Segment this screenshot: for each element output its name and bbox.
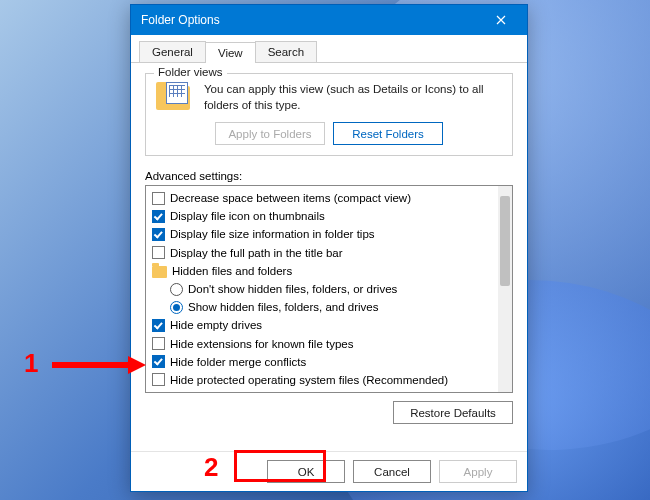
- advanced-settings-label: Advanced settings:: [145, 170, 513, 182]
- dialog-button-row: OK Cancel Apply: [131, 451, 527, 491]
- checkbox-icon[interactable]: [152, 210, 165, 223]
- advanced-item-4[interactable]: Hidden files and folders: [150, 262, 494, 280]
- advanced-item-label: Display the full path in the title bar: [170, 247, 343, 259]
- annotation-number-1: 1: [24, 348, 38, 379]
- advanced-item-3[interactable]: Display the full path in the title bar: [150, 244, 494, 262]
- advanced-item-0[interactable]: Decrease space between items (compact vi…: [150, 189, 494, 207]
- folder-icon: [152, 266, 167, 278]
- advanced-item-label: Hide extensions for known file types: [170, 338, 353, 350]
- radio-icon[interactable]: [170, 283, 183, 296]
- advanced-item-6[interactable]: Show hidden files, folders, and drives: [150, 298, 494, 316]
- folder-options-dialog: Folder Options General View Search Folde…: [130, 4, 528, 492]
- folder-views-icon: [156, 82, 194, 114]
- advanced-item-label: Show hidden files, folders, and drives: [188, 301, 379, 313]
- advanced-item-label: Hide folder merge conflicts: [170, 356, 306, 368]
- radio-icon[interactable]: [170, 301, 183, 314]
- restore-defaults-button[interactable]: Restore Defaults: [393, 401, 513, 424]
- checkbox-icon[interactable]: [152, 228, 165, 241]
- close-icon: [496, 15, 506, 25]
- advanced-item-label: Display file size information in folder …: [170, 228, 375, 240]
- folder-views-group: Folder views You can apply this view (su…: [145, 73, 513, 156]
- advanced-item-label: Hide empty drives: [170, 319, 262, 331]
- checkbox-icon[interactable]: [152, 392, 165, 393]
- advanced-item-label: Don't show hidden files, folders, or dri…: [188, 283, 397, 295]
- folder-views-description: You can apply this view (such as Details…: [204, 82, 502, 113]
- advanced-item-11[interactable]: Launch folder windows in a separate proc…: [150, 389, 494, 393]
- advanced-item-label: Decrease space between items (compact vi…: [170, 192, 411, 204]
- checkbox-icon[interactable]: [152, 319, 165, 332]
- advanced-item-label: Launch folder windows in a separate proc…: [170, 392, 400, 393]
- advanced-item-5[interactable]: Don't show hidden files, folders, or dri…: [150, 280, 494, 298]
- advanced-item-label: Display file icon on thumbnails: [170, 210, 325, 222]
- advanced-item-7[interactable]: Hide empty drives: [150, 316, 494, 334]
- advanced-item-label: Hidden files and folders: [172, 265, 292, 277]
- apply-button: Apply: [439, 460, 517, 483]
- scroll-thumb[interactable]: [500, 196, 510, 286]
- tab-general[interactable]: General: [139, 41, 206, 62]
- annotation-arrow-1: [52, 362, 130, 368]
- checkbox-icon[interactable]: [152, 192, 165, 205]
- advanced-item-1[interactable]: Display file icon on thumbnails: [150, 207, 494, 225]
- checkbox-icon[interactable]: [152, 246, 165, 259]
- window-title: Folder Options: [141, 13, 481, 27]
- titlebar[interactable]: Folder Options: [131, 5, 527, 35]
- advanced-item-9[interactable]: Hide folder merge conflicts: [150, 353, 494, 371]
- cancel-button[interactable]: Cancel: [353, 460, 431, 483]
- tab-view[interactable]: View: [205, 42, 256, 63]
- checkbox-icon[interactable]: [152, 373, 165, 386]
- advanced-item-8[interactable]: Hide extensions for known file types: [150, 335, 494, 353]
- folder-views-title: Folder views: [154, 66, 227, 78]
- tab-search[interactable]: Search: [255, 41, 317, 62]
- reset-folders-button[interactable]: Reset Folders: [333, 122, 443, 145]
- tab-body-view: Folder views You can apply this view (su…: [131, 63, 527, 451]
- close-button[interactable]: [481, 6, 521, 34]
- advanced-settings-tree[interactable]: Decrease space between items (compact vi…: [145, 185, 513, 393]
- apply-to-folders-button: Apply to Folders: [215, 122, 325, 145]
- checkbox-icon[interactable]: [152, 355, 165, 368]
- ok-button[interactable]: OK: [267, 460, 345, 483]
- tab-strip: General View Search: [131, 35, 527, 63]
- advanced-item-10[interactable]: Hide protected operating system files (R…: [150, 371, 494, 389]
- scrollbar[interactable]: [498, 186, 512, 392]
- advanced-item-2[interactable]: Display file size information in folder …: [150, 225, 494, 243]
- advanced-item-label: Hide protected operating system files (R…: [170, 374, 448, 386]
- checkbox-icon[interactable]: [152, 337, 165, 350]
